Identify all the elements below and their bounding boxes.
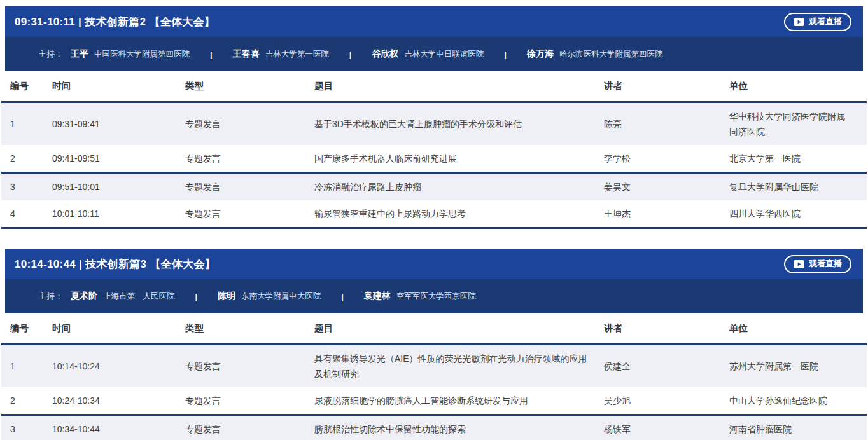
watch-live-button[interactable]: 观看直播 xyxy=(784,13,851,31)
cell-type: 专题发言 xyxy=(185,387,314,415)
cell-unit: 华中科技大学同济医学院附属同济医院 xyxy=(729,102,867,146)
table-row: 2 09:41-09:51 专题发言 国产康多手术机器人临床前研究进展 李学松 … xyxy=(1,145,867,173)
host-affiliation: 哈尔滨医科大学附属第四医院 xyxy=(559,50,663,58)
host-affiliation: 吉林大学第一医院 xyxy=(265,50,329,58)
session-header-bar: 10:14-10:44 | 技术创新篇3 【全体大会】 观看直播 xyxy=(5,249,863,279)
host-item: 王春喜吉林大学第一医院 xyxy=(233,48,329,60)
cell-number: 3 xyxy=(1,173,52,201)
session-card: 09:31-10:11 | 技术创新篇2 【全体大会】 观看直播 主持： 王平中… xyxy=(1,6,867,229)
table-row: 1 10:14-10:24 专题发言 具有聚集诱导发光（AIE）性质的荧光光敏剂… xyxy=(1,345,867,388)
cell-unit: 苏州大学附属第一医院 xyxy=(729,345,867,388)
host-affiliation: 吉林大学中日联谊医院 xyxy=(404,50,484,58)
cell-topic: 国产康多手术机器人临床前研究进展 xyxy=(314,145,604,173)
col-header-type: 类型 xyxy=(185,313,314,345)
cell-unit: 中山大学孙逸仙纪念医院 xyxy=(729,387,867,415)
schedule-table: 编号 时间 类型 题目 讲者 单位 1 09:31-09:41 专题发言 基于3… xyxy=(1,71,867,229)
host-separator-bar: | xyxy=(349,50,352,59)
watch-live-label: 观看直播 xyxy=(809,258,842,270)
cell-speaker: 杨铁军 xyxy=(604,415,729,440)
table-body: 1 09:31-09:41 专题发言 基于3D手术模板的巨大肾上腺肿瘤的手术分级… xyxy=(1,102,867,228)
cell-type: 专题发言 xyxy=(185,173,314,201)
cell-topic: 冷冻消融治疗尿路上皮肿瘤 xyxy=(314,173,604,201)
col-header-topic: 题目 xyxy=(314,313,604,345)
schedule-table: 编号 时间 类型 题目 讲者 单位 1 10:14-10:24 专题发言 具有聚… xyxy=(1,313,867,440)
session-card: 10:14-10:44 | 技术创新篇3 【全体大会】 观看直播 主持： 夏术阶… xyxy=(1,249,867,440)
cell-type: 专题发言 xyxy=(185,200,314,228)
host-name: 王平 xyxy=(71,48,88,58)
host-item: 谷欣权吉林大学中日联谊医院 xyxy=(372,48,484,60)
cell-speaker: 陈亮 xyxy=(604,102,729,146)
host-name: 袁建林 xyxy=(364,291,391,301)
host-item: 陈明东南大学附属中大医院 xyxy=(218,291,321,302)
cell-topic: 输尿管狭窄重建中的上尿路动力学思考 xyxy=(314,200,604,228)
cell-unit: 复旦大学附属华山医院 xyxy=(729,173,867,201)
col-header-time: 时间 xyxy=(52,313,185,345)
table-row: 2 10:24-10:34 专题发言 尿液脱落细胞学的膀胱癌人工智能诊断系统研发… xyxy=(1,387,867,415)
cell-type: 专题发言 xyxy=(185,415,314,440)
watch-live-button[interactable]: 观看直播 xyxy=(784,255,851,273)
cell-unit: 北京大学第一医院 xyxy=(729,145,867,173)
cell-topic: 基于3D手术模板的巨大肾上腺肿瘤的手术分级和评估 xyxy=(314,102,604,146)
host-item: 袁建林空军军医大学西京医院 xyxy=(364,291,476,302)
table-body: 1 10:14-10:24 专题发言 具有聚集诱导发光（AIE）性质的荧光光敏剂… xyxy=(1,345,867,440)
host-affiliation: 空军军医大学西京医院 xyxy=(396,292,476,301)
host-item: 徐万海哈尔滨医科大学附属第四医院 xyxy=(527,48,663,60)
cell-topic: 膀胱根治性切除术中保留性功能的探索 xyxy=(314,415,604,440)
session-header-bar: 09:31-10:11 | 技术创新篇2 【全体大会】 观看直播 xyxy=(5,6,863,37)
host-separator-bar: | xyxy=(195,292,198,301)
col-header-unit: 单位 xyxy=(729,71,867,102)
col-header-speaker: 讲者 xyxy=(604,313,729,345)
cell-type: 专题发言 xyxy=(185,145,314,173)
hosts-label: 主持： xyxy=(38,48,63,60)
col-header-unit: 单位 xyxy=(729,313,867,345)
cell-topic: 具有聚集诱导发光（AIE）性质的荧光光敏剂在光动力治疗领域的应用及机制研究 xyxy=(314,345,604,388)
hosts-bar: 主持： 王平中国医科大学附属第四医院 | 王春喜吉林大学第一医院 | 谷欣权吉林… xyxy=(5,37,863,71)
col-header-time: 时间 xyxy=(52,71,185,102)
host-name: 夏术阶 xyxy=(71,291,97,301)
hosts-bar: 主持： 夏术阶上海市第一人民医院 | 陈明东南大学附属中大医院 | 袁建林空军军… xyxy=(5,279,863,313)
conference-schedule-page: 09:31-10:11 | 技术创新篇2 【全体大会】 观看直播 主持： 王平中… xyxy=(0,0,868,440)
host-name: 谷欣权 xyxy=(372,48,398,58)
cell-time: 09:51-10:01 xyxy=(52,173,185,201)
col-header-number: 编号 xyxy=(1,71,52,102)
session-title: 09:31-10:11 | 技术创新篇2 【全体大会】 xyxy=(15,15,215,29)
cell-number: 1 xyxy=(1,102,52,146)
cell-time: 10:14-10:24 xyxy=(52,345,185,388)
hosts-label: 主持： xyxy=(38,291,63,302)
col-header-number: 编号 xyxy=(1,313,52,345)
host-affiliation: 上海市第一人民医院 xyxy=(103,292,175,301)
cell-time: 10:34-10:44 xyxy=(52,415,185,440)
col-header-topic: 题目 xyxy=(314,71,604,102)
cell-type: 专题发言 xyxy=(185,102,314,146)
cell-speaker: 吴少旭 xyxy=(604,387,729,415)
host-separator-bar: | xyxy=(341,292,344,301)
cell-unit: 四川大学华西医院 xyxy=(729,200,867,228)
cell-number: 2 xyxy=(1,145,52,173)
cell-time: 10:24-10:34 xyxy=(52,387,185,415)
host-item: 王平中国医科大学附属第四医院 xyxy=(71,48,190,60)
video-play-icon xyxy=(794,18,804,26)
table-header: 编号 时间 类型 题目 讲者 单位 xyxy=(1,313,867,345)
cell-type: 专题发言 xyxy=(185,345,314,388)
cell-speaker: 李学松 xyxy=(604,145,729,173)
cell-topic: 尿液脱落细胞学的膀胱癌人工智能诊断系统研发与应用 xyxy=(314,387,604,415)
cell-number: 1 xyxy=(1,345,52,388)
table-row: 3 10:34-10:44 专题发言 膀胱根治性切除术中保留性功能的探索 杨铁军… xyxy=(1,415,867,440)
cell-time: 09:31-09:41 xyxy=(52,102,185,146)
host-affiliation: 东南大学附属中大医院 xyxy=(241,292,321,301)
cell-speaker: 姜昊文 xyxy=(604,173,729,201)
table-header-row: 编号 时间 类型 题目 讲者 单位 xyxy=(1,71,867,102)
host-name: 王春喜 xyxy=(233,48,260,58)
video-play-icon xyxy=(794,260,804,268)
host-separator-bar: | xyxy=(210,50,213,59)
cell-number: 4 xyxy=(1,200,52,228)
host-affiliation: 中国医科大学附属第四医院 xyxy=(94,50,190,58)
cell-time: 09:41-09:51 xyxy=(52,145,185,173)
table-row: 4 10:01-10:11 专题发言 输尿管狭窄重建中的上尿路动力学思考 王坤杰… xyxy=(1,200,867,228)
host-separator-bar: | xyxy=(504,50,507,59)
table-row: 1 09:31-09:41 专题发言 基于3D手术模板的巨大肾上腺肿瘤的手术分级… xyxy=(1,102,867,146)
cell-speaker: 王坤杰 xyxy=(604,200,729,228)
watch-live-label: 观看直播 xyxy=(809,16,842,27)
cell-number: 3 xyxy=(1,415,52,440)
cell-number: 2 xyxy=(1,387,52,415)
